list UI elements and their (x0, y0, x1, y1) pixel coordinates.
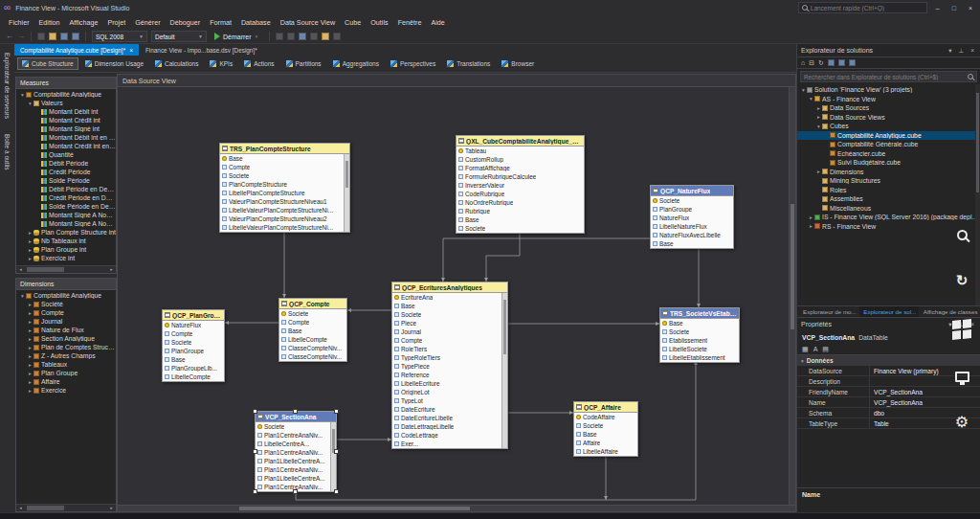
dimensions-tree-item[interactable]: ▸ Affaire (16, 377, 116, 386)
solution-tree-item[interactable]: ▸ Data Source Views (797, 113, 980, 123)
close-button[interactable]: × (965, 5, 976, 11)
dsv-column-row[interactable]: ValeurPlanCompteStructureNiveau2 (220, 214, 349, 223)
solution-tree-item[interactable]: Mining Structures (797, 176, 980, 186)
save-all-icon[interactable] (72, 33, 79, 40)
dsv-table-header[interactable]: QCP_PlanGroupe (163, 310, 224, 321)
menu-item[interactable]: Cube (340, 18, 366, 27)
dsv-column-row[interactable]: Societe (574, 421, 637, 430)
menu-item[interactable]: Edition (34, 18, 65, 27)
measures-tree-item[interactable]: Montant Crédit int (16, 116, 116, 124)
dsv-table-header[interactable]: QXL_CubeComptabiliteAnalytique_Tableaux (457, 136, 584, 147)
navigate-back-icon[interactable]: ← (6, 32, 13, 41)
measures-tree-item[interactable]: Solde Période (16, 176, 116, 185)
dsv-column-row[interactable]: LibelleValeurPlanCompteStructureNi... (220, 206, 349, 214)
dsv-table[interactable]: QCP_NatureFluxSocietePlanGroupeNatureFlu… (650, 185, 734, 249)
expander-icon[interactable]: ▾ (19, 293, 26, 299)
expander-icon[interactable]: ▸ (27, 388, 33, 394)
minimize-button[interactable]: – (932, 5, 944, 11)
dsv-column-row[interactable]: LibelleEtablissement (660, 353, 739, 362)
dsv-column-row[interactable]: Plan1LibelleCentreA... (256, 474, 336, 483)
dsv-column-row[interactable]: Base (457, 215, 584, 224)
toolbar-icon[interactable] (299, 33, 306, 40)
menu-item[interactable]: Format (205, 18, 236, 27)
dsv-column-row[interactable]: LibelleSociete (660, 345, 739, 353)
dsv-column-row[interactable]: LibelleValeurPlanCompteStructureNi... (220, 223, 349, 232)
scroll-thumb[interactable] (27, 506, 64, 510)
solution-tree-item[interactable]: Comptabilité Analytique.cube (797, 131, 980, 141)
dsv-column-row[interactable]: Plan1LibelleCentreA... (256, 457, 336, 465)
measures-tree-item[interactable]: ▾ Valeurs (16, 99, 116, 107)
measures-tree-item[interactable]: Crédit Période (16, 168, 116, 176)
measures-tree-item[interactable]: Montant Signé A Nouveaux int (16, 219, 116, 228)
dsv-column-row[interactable]: Plan1CentreAnaNiv... (256, 465, 336, 474)
dsv-column-row[interactable]: Plan1CentreAnaNiv... (256, 431, 336, 440)
expander-icon[interactable]: ▸ (27, 256, 33, 261)
toolbar-icon[interactable] (276, 33, 283, 40)
cube-designer-tab[interactable]: Cube Structure (17, 57, 78, 70)
expander-icon[interactable]: ▸ (27, 362, 33, 368)
refresh-icon[interactable]: ↻ (818, 58, 824, 67)
document-tab[interactable]: Finance View - Impo...base.dsv [Design]*… (140, 44, 263, 56)
menu-item[interactable]: Déboguer (166, 18, 206, 27)
expander-icon[interactable]: ▸ (808, 214, 814, 220)
dsv-table-header[interactable]: QCP_NatureFlux (651, 186, 733, 196)
dsv-table-header[interactable]: TRS_SocieteVsEtabliss... (660, 308, 739, 319)
measures-tree-item[interactable]: ▸ Plan Compte Structure int (16, 228, 116, 237)
dsv-column-row[interactable]: OrigineLot (392, 388, 507, 396)
expander-icon[interactable]: ▸ (27, 353, 33, 359)
solution-search-input[interactable] (804, 74, 965, 80)
view-code-icon[interactable] (849, 59, 856, 66)
measures-tree-item[interactable]: Montant Débit int en Devise (16, 133, 116, 142)
scroll-thumb[interactable] (345, 161, 348, 188)
quick-launch-box[interactable] (798, 2, 927, 13)
selection-handle[interactable] (293, 489, 298, 494)
expander-icon[interactable]: ▸ (27, 327, 33, 333)
charms-start-icon[interactable] (952, 319, 971, 340)
close-icon[interactable]: × (969, 47, 976, 54)
solution-tree-item[interactable]: Assemblies (797, 194, 980, 204)
measures-tree-item[interactable]: ▾ Comptabilité Analytique (16, 90, 116, 99)
open-file-icon[interactable] (49, 33, 56, 40)
dsv-column-row[interactable]: Exer... (392, 440, 507, 448)
selection-handle[interactable] (334, 489, 339, 494)
table-scrollbar[interactable] (330, 422, 336, 491)
dsv-column-row[interactable]: Base (574, 430, 637, 439)
expander-icon[interactable]: ▸ (815, 105, 822, 111)
solution-tree-item[interactable]: ▸ IS - Finance View (SQL Server 2016) (p… (797, 213, 980, 222)
cube-designer-tab[interactable]: Perspectives (386, 57, 440, 70)
dsv-column-row[interactable]: Societe (660, 327, 739, 336)
solution-tree-item[interactable]: ▾ Solution 'Finance View' (3 projets) (797, 85, 980, 95)
scroll-thumb[interactable] (503, 300, 506, 354)
solution-tree-item[interactable]: Miscellaneous (797, 204, 980, 214)
scroll-left-icon[interactable]: ◂ (16, 505, 25, 511)
measures-tree-item[interactable]: Montant Crédit int en Devise (16, 142, 116, 150)
toolbar-icon[interactable] (333, 33, 341, 40)
dsv-column-row[interactable]: FormuleRubriqueCalculee (457, 172, 584, 181)
dimensions-tree-item[interactable]: ▸ Nature de Flux (16, 326, 116, 334)
selection-handle[interactable] (334, 449, 339, 454)
dsv-column-row[interactable]: LibelleAffaire (574, 447, 637, 456)
dsv-table-header[interactable]: QCP_EcrituresAnalytiques (392, 282, 507, 293)
cube-designer-tab[interactable]: Dimension Usage (80, 57, 148, 70)
cube-designer-tab[interactable]: Browser (497, 57, 539, 70)
scroll-thumb[interactable] (27, 267, 64, 272)
properties-icon[interactable] (828, 59, 835, 66)
solution-tree-item[interactable]: Comptabilité Générale.cube (797, 140, 980, 149)
dsv-column-row[interactable]: Affaire (574, 439, 637, 447)
dsv-column-row[interactable]: DateLettrageLibelle (392, 422, 507, 431)
dimensions-tree-item[interactable]: ▸ Exercice (16, 386, 116, 395)
scroll-track[interactable] (25, 505, 107, 511)
dsv-column-row[interactable]: Compte (279, 318, 346, 327)
dsv-column-row[interactable]: Reference (392, 371, 507, 379)
cube-designer-tab[interactable]: Calculations (150, 57, 203, 70)
dsv-diagram-canvas[interactable]: TRS_PlanCompteStructureBaseCompteSociete… (118, 87, 789, 505)
menu-item[interactable]: Générer (130, 18, 165, 27)
selection-handle[interactable] (253, 409, 257, 414)
expander-icon[interactable]: ▸ (27, 379, 33, 385)
expander-icon[interactable]: ▸ (27, 302, 33, 307)
dsv-column-row[interactable]: RoleTiers (392, 345, 507, 353)
categorized-view-icon[interactable]: ▦ (802, 346, 809, 353)
dsv-column-row[interactable]: LibelleCentreA... (256, 440, 336, 448)
configuration-dropdown[interactable]: SQL 2008 ▼ (92, 31, 147, 42)
selection-handle[interactable] (253, 489, 257, 494)
